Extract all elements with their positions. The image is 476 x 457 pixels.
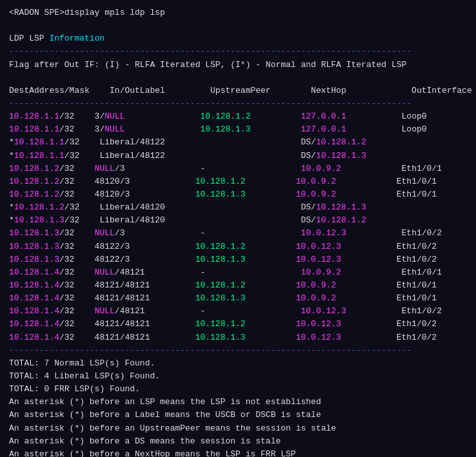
note-5: An asterisk (*) before a NextHop means t… <box>9 449 296 457</box>
terminal-output: <RADON SPE>display mpls ldp lsp LDP LSP … <box>9 6 467 457</box>
divider1: ----------------------------------------… <box>9 46 412 56</box>
row-13: 10.128.1.4/32 48121/48121 10.128.1.2 10.… <box>9 280 437 290</box>
row-12: 10.128.1.4/32 NULL/48121 - 10.0.9.2 Eth1… <box>9 267 442 277</box>
row-11: 10.128.1.3/32 48122/3 10.128.1.3 10.0.12… <box>9 255 437 264</box>
note-2: An asterisk (*) before a Label means the… <box>9 410 321 420</box>
blank2 <box>9 73 14 83</box>
row-8: *10.128.1.3/32 Liberal/48120 DS/10.128.1… <box>9 215 366 225</box>
row-17: 10.128.1.4/32 48121/48121 10.128.1.3 10.… <box>9 333 437 342</box>
row-9: 10.128.1.3/32 NULL/3 - 10.0.12.3 Eth1/0/… <box>9 228 442 238</box>
row-15: 10.128.1.4/32 NULL/48121 - 10.0.12.3 Eth… <box>9 306 442 316</box>
row-0: 10.128.1.1/32 3/NULL 10.128.1.2 127.0.0.… <box>9 112 427 121</box>
divider3: ----------------------------------------… <box>9 345 412 355</box>
row-5: 10.128.1.2/32 48120/3 10.128.1.2 10.0.9.… <box>9 177 437 186</box>
row-7: *10.128.1.2/32 Liberal/48120 DS/10.128.1… <box>9 202 366 212</box>
total-frr: TOTAL: 0 FRR LSP(s) Found. <box>9 384 140 394</box>
total-normal: TOTAL: 7 Normal LSP(s) Found. <box>9 358 155 368</box>
note-1: An asterisk (*) before an LSP means the … <box>9 397 321 407</box>
col-headers: DestAddress/Mask In/OutLabel UpstreamPee… <box>9 86 472 95</box>
ldp-label: LDP LSP <box>9 34 49 43</box>
note-4: An asterisk (*) before a DS means the se… <box>9 436 281 446</box>
blank1 <box>9 21 14 30</box>
row-4: 10.128.1.2/32 NULL/3 - 10.0.9.2 Eth1/0/1 <box>9 164 442 173</box>
prompt-line: <RADON SPE>display mpls ldp lsp <box>9 8 165 17</box>
info-label: Information <box>49 34 104 43</box>
divider2: ----------------------------------------… <box>9 99 412 108</box>
row-3: *10.128.1.1/32 Liberal/48122 DS/10.128.1… <box>9 151 366 160</box>
row-6: 10.128.1.2/32 48120/3 10.128.1.3 10.0.9.… <box>9 190 437 199</box>
note-3: An asterisk (*) before an UpstreamPeer m… <box>9 423 336 433</box>
row-10: 10.128.1.3/32 48122/3 10.128.1.2 10.0.12… <box>9 242 437 251</box>
row-2: *10.128.1.1/32 Liberal/48122 DS/10.128.1… <box>9 137 366 147</box>
row-16: 10.128.1.4/32 48121/48121 10.128.1.2 10.… <box>9 319 437 329</box>
row-1: 10.128.1.1/32 3/NULL 10.128.1.3 127.0.0.… <box>9 124 427 134</box>
row-14: 10.128.1.4/32 48121/48121 10.128.1.3 10.… <box>9 293 437 303</box>
total-liberal: TOTAL: 4 Liberal LSP(s) Found. <box>9 371 160 381</box>
flag-line: Flag after Out IF: (I) - RLFA Iterated L… <box>9 60 406 70</box>
